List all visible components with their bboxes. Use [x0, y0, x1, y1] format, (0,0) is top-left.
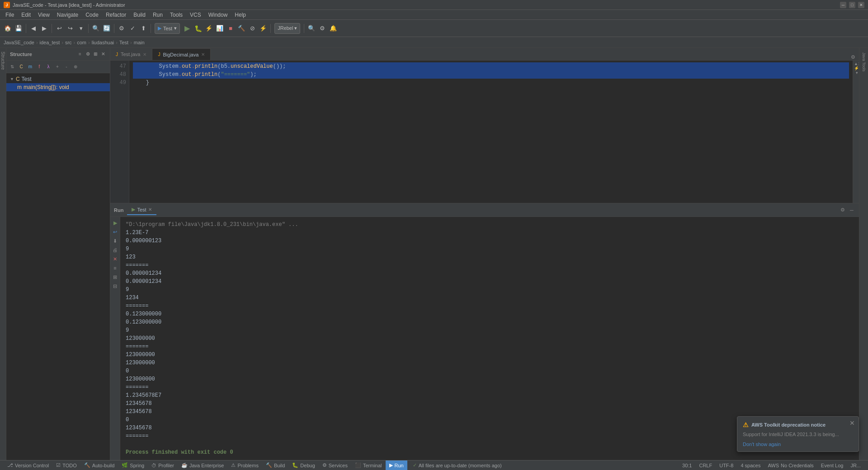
- stop-button[interactable]: ■: [226, 24, 236, 33]
- jrebel-run[interactable]: ⚡: [258, 24, 268, 33]
- menu-build[interactable]: Build: [130, 11, 149, 19]
- run-fold[interactable]: ≡: [111, 264, 119, 272]
- rerun-button[interactable]: ▶: [111, 219, 119, 227]
- breadcrumb-item-4[interactable]: liudashuai: [92, 40, 114, 45]
- run-with-coverage[interactable]: ⚡: [204, 24, 214, 33]
- maximize-button[interactable]: □: [849, 2, 855, 8]
- status-crlf[interactable]: CRLF: [695, 463, 716, 468]
- menu-edit[interactable]: Edit: [18, 11, 34, 19]
- status-build[interactable]: 🔨 Build: [262, 461, 288, 470]
- run-button[interactable]: ▶: [182, 24, 192, 33]
- toolbar-forward[interactable]: ▶: [39, 24, 49, 33]
- menu-run[interactable]: Run: [149, 11, 166, 19]
- run-tree-view[interactable]: ⊞: [111, 273, 119, 281]
- status-position[interactable]: 30:1: [679, 463, 695, 468]
- menu-navigate[interactable]: Navigate: [53, 11, 82, 19]
- status-problems[interactable]: ⚠ Problems: [227, 461, 262, 470]
- status-terminal[interactable]: ⬛ Terminal: [351, 461, 386, 470]
- toolbar-redo[interactable]: ↪: [65, 24, 75, 33]
- tab-bigdecimal-close[interactable]: ✕: [201, 52, 205, 57]
- status-indent[interactable]: 4 spaces: [737, 463, 764, 468]
- run-config-selector[interactable]: ▶ Test ▾: [155, 23, 180, 34]
- toolbar-save[interactable]: 💾: [14, 24, 24, 33]
- struct-expand-btn[interactable]: +: [53, 63, 61, 71]
- toolbar-settings[interactable]: ⚙: [317, 24, 327, 33]
- toolbar-more[interactable]: ▾: [76, 24, 86, 33]
- struct-field-btn[interactable]: f: [35, 63, 43, 71]
- run-tab-test[interactable]: ▶ Test ✕: [127, 205, 156, 215]
- tree-item-test[interactable]: ▼ C Test: [6, 75, 110, 83]
- tab-settings-icon[interactable]: ⚙: [851, 54, 855, 60]
- debug-button[interactable]: 🐛: [193, 24, 203, 33]
- jrebel-selector[interactable]: JRebel ▾: [274, 23, 300, 34]
- struct-class-btn[interactable]: C: [17, 63, 25, 71]
- build-button[interactable]: 🔨: [236, 24, 246, 33]
- structure-gear-icon[interactable]: ⚙: [85, 51, 91, 57]
- status-todo[interactable]: ☑ TODO: [52, 461, 80, 470]
- run-scroll-end[interactable]: ⬇: [111, 237, 119, 245]
- breadcrumb-item-2[interactable]: src: [65, 40, 72, 45]
- code-content[interactable]: System.out.println(b5.unscaledValue()); …: [129, 61, 853, 203]
- struct-collapse-btn[interactable]: -: [62, 63, 71, 71]
- status-charset[interactable]: UTF-8: [716, 463, 737, 468]
- toolbar-commit[interactable]: ✓: [127, 24, 137, 33]
- menu-vcs[interactable]: VCS: [186, 11, 205, 19]
- menu-code[interactable]: Code: [82, 11, 102, 19]
- status-vcs[interactable]: ⎇ Version Control: [4, 461, 52, 470]
- toolbar-project-icon[interactable]: 🏠: [3, 24, 13, 33]
- toolbar-search[interactable]: 🔍: [307, 24, 316, 33]
- notification-close-btn[interactable]: ✕: [849, 419, 855, 427]
- tab-testjava-close[interactable]: ✕: [143, 52, 146, 57]
- struct-method-btn[interactable]: m: [26, 63, 34, 71]
- status-profiler[interactable]: ⏱ Profiler: [148, 461, 178, 470]
- run-print[interactable]: 🖨: [111, 246, 119, 254]
- structure-close-icon[interactable]: ✕: [100, 51, 106, 57]
- status-event-log[interactable]: Event Log: [817, 463, 847, 468]
- menu-file[interactable]: File: [2, 11, 18, 19]
- status-services[interactable]: ⚙ Services: [319, 461, 351, 470]
- run-clear[interactable]: ✕: [111, 255, 119, 263]
- breadcrumb-item-3[interactable]: com: [77, 40, 86, 45]
- status-jrebel[interactable]: JR...: [847, 463, 864, 468]
- toolbar-vcs[interactable]: ⚙: [117, 24, 127, 33]
- minimize-button[interactable]: ─: [840, 2, 846, 8]
- menu-tools[interactable]: Tools: [166, 11, 186, 19]
- menu-help[interactable]: Help: [231, 11, 250, 19]
- java-tools-label[interactable]: Java Tools: [861, 50, 867, 74]
- toolbar-find[interactable]: 🔍: [91, 24, 101, 33]
- status-spring[interactable]: 🌿 Spring: [118, 461, 148, 470]
- close-button[interactable]: ✕: [858, 2, 864, 8]
- tab-testjava[interactable]: J Test.java ✕: [110, 48, 152, 60]
- breadcrumb-item-5[interactable]: Test: [119, 40, 128, 45]
- status-run[interactable]: ▶ Run: [386, 461, 407, 470]
- breadcrumb-item-1[interactable]: idea_test: [40, 40, 60, 45]
- menu-refactor[interactable]: Refactor: [102, 11, 130, 19]
- status-debug[interactable]: 🐛 Debug: [288, 461, 318, 470]
- tree-item-main[interactable]: m main(String[]): void: [6, 83, 110, 91]
- run-filter[interactable]: ⊟: [111, 282, 119, 290]
- run-stop-button[interactable]: ↩: [111, 228, 119, 236]
- structure-expand-icon[interactable]: ⊞: [92, 51, 99, 57]
- breadcrumb-item-0[interactable]: JavaSE_code: [4, 40, 34, 45]
- status-aws[interactable]: AWS No Credentials: [764, 463, 817, 468]
- toolbar-replace[interactable]: 🔄: [102, 24, 112, 33]
- menu-window[interactable]: Window: [205, 11, 231, 19]
- toolbar-notifications[interactable]: 🔔: [328, 24, 338, 33]
- run-minimize-icon[interactable]: ─: [848, 207, 855, 214]
- profile-button[interactable]: 📊: [215, 24, 225, 33]
- menu-view[interactable]: View: [34, 11, 53, 19]
- structure-label[interactable]: Structure: [0, 48, 6, 74]
- breadcrumb-item-6[interactable]: main: [134, 40, 145, 45]
- struct-scroll-btn[interactable]: ⊕: [71, 63, 80, 71]
- toolbar-push[interactable]: ⬆: [138, 24, 148, 33]
- struct-sort-btn[interactable]: ⇅: [8, 63, 16, 71]
- notification-dont-show-link[interactable]: Don't show again: [743, 442, 781, 447]
- tab-bigdecimal[interactable]: J BigDecimal.java ✕: [152, 48, 211, 60]
- toolbar-undo[interactable]: ↩: [54, 24, 64, 33]
- more-run-tools[interactable]: ⊘: [247, 24, 257, 33]
- status-autobuild[interactable]: 🔨 Auto-build: [80, 461, 118, 470]
- status-java-enterprise[interactable]: ☕ Java Enterprise: [178, 461, 227, 470]
- run-tab-close[interactable]: ✕: [148, 207, 152, 212]
- struct-filter-btn[interactable]: λ: [44, 63, 52, 71]
- toolbar-back[interactable]: ◀: [28, 24, 38, 33]
